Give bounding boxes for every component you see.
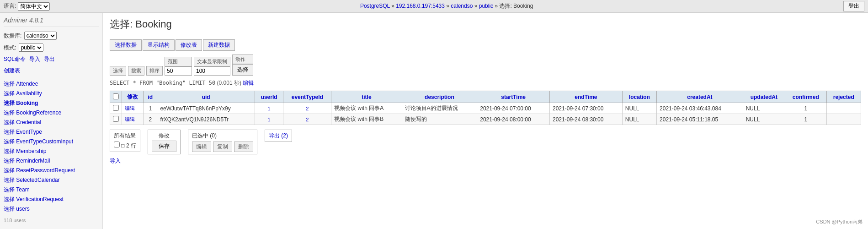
row-checkbox[interactable] — [113, 116, 119, 122]
nav-table-credential[interactable]: Credential — [16, 119, 41, 125]
nav-select-remindermail[interactable]: 选择 — [4, 158, 15, 164]
tab-new-data[interactable]: 新建数据 — [203, 39, 235, 51]
nav-select-resetpasswordrequest[interactable]: 选择 — [4, 167, 15, 174]
nav-list: 选择 Attendee 选择 Availability 选择 Booking 选… — [4, 79, 99, 214]
row-rejected — [826, 103, 861, 114]
nav-table-remindermail[interactable]: ReminderMail — [16, 158, 50, 164]
bottom-row: 所有结果 □ 2 行 修改 保存 已选中 (0) 编辑 复制 删除 — [110, 130, 861, 154]
filter-row: 选择 搜索 排序 范围 文本显示限制 动作 选择 — [110, 55, 861, 76]
db-select[interactable]: calendso — [24, 32, 57, 40]
filter-range-input[interactable] — [165, 66, 192, 76]
nav-select-bookingreference[interactable]: 选择 — [4, 109, 15, 116]
nav-table-attendee[interactable]: Attendee — [16, 81, 38, 87]
nav-table-booking[interactable]: Booking — [16, 100, 38, 106]
tab-select-data[interactable]: 选择数据 — [110, 39, 142, 51]
breadcrumb-schema[interactable]: public — [479, 3, 493, 9]
nav-table-eventtypecustominput[interactable]: EventTypeCustomInput — [16, 138, 73, 145]
nav-table-eventtype[interactable]: EventType — [16, 129, 42, 135]
nav-table-membership[interactable]: Membership — [16, 148, 46, 154]
filter-textlimit-input[interactable] — [194, 66, 230, 76]
nav-select-selectedcalendar[interactable]: 选择 — [4, 177, 15, 183]
col-endtime[interactable]: endTime — [550, 91, 623, 103]
login-button[interactable]: 登出 — [843, 1, 864, 11]
lang-select[interactable]: 简体中文 — [18, 2, 50, 11]
all-rows-checkbox[interactable] — [114, 142, 120, 147]
col-id[interactable]: id — [144, 91, 157, 103]
export-link[interactable]: 导出 (2) — [269, 132, 288, 140]
nav-item-eventtypecustominput: 选择 EventTypeCustomInput — [4, 137, 99, 147]
nav-select-membership[interactable]: 选择 — [4, 148, 15, 154]
import-bottom-link[interactable]: 导入 — [110, 157, 861, 165]
db-label: 数据库: — [4, 33, 21, 39]
breadcrumb-host[interactable]: 192.168.0.197:5433 — [396, 3, 445, 9]
import-link[interactable]: 导入 — [29, 55, 40, 63]
nav-select-eventtypecustominput[interactable]: 选择 — [4, 138, 15, 145]
col-starttime[interactable]: startTime — [477, 91, 550, 103]
select-all-checkbox[interactable] — [113, 93, 119, 99]
col-createdat[interactable]: createdAt — [657, 91, 743, 103]
row-userid[interactable]: 1 — [255, 103, 283, 114]
col-checkbox[interactable] — [110, 91, 122, 103]
nav-select-booking[interactable]: 选择 — [4, 100, 15, 106]
bottom-controls: 所有结果 □ 2 行 修改 保存 已选中 (0) 编辑 复制 删除 — [110, 130, 861, 165]
save-button[interactable]: 保存 — [152, 141, 176, 152]
row-checkbox-cell[interactable] — [110, 103, 122, 114]
nav-table-resetpasswordrequest[interactable]: ResetPasswordRequest — [16, 167, 75, 174]
row-edit-link[interactable]: 编辑 — [125, 105, 135, 111]
filter-textlimit-label: 文本显示限制 — [194, 57, 230, 66]
tab-show-structure[interactable]: 显示结构 — [143, 39, 175, 51]
all-results-box: 所有结果 □ 2 行 — [110, 130, 140, 152]
col-location[interactable]: location — [622, 91, 656, 103]
filter-action-btn[interactable]: 选择 — [232, 64, 253, 76]
nav-select-team[interactable]: 选择 — [4, 186, 15, 193]
create-table-link[interactable]: 创建表 — [4, 67, 99, 75]
nav-item-resetpasswordrequest: 选择 ResetPasswordRequest — [4, 166, 99, 175]
nav-select-verificationrequest[interactable]: 选择 — [4, 196, 15, 202]
row-edit-link[interactable]: 编辑 — [125, 116, 135, 122]
copy-selected-btn[interactable]: 复制 — [213, 142, 232, 152]
col-rejected[interactable]: rejected — [826, 91, 861, 103]
col-description[interactable]: description — [402, 91, 477, 103]
nav-item-selectedcalendar: 选择 SelectedCalendar — [4, 175, 99, 185]
edit-selected-btn[interactable]: 编辑 — [192, 142, 211, 152]
col-eventtypeid[interactable]: eventTypeId — [283, 91, 331, 103]
row-edit-cell[interactable]: 编辑 — [122, 103, 144, 114]
row-userid[interactable]: 1 — [255, 114, 283, 125]
tab-modify-table[interactable]: 修改表 — [176, 39, 202, 51]
col-confirmed[interactable]: confirmed — [785, 91, 826, 103]
col-title[interactable]: title — [331, 91, 402, 103]
row-location: NULL — [622, 103, 656, 114]
col-uid[interactable]: uid — [157, 91, 255, 103]
nav-select-eventtype[interactable]: 选择 — [4, 129, 15, 135]
delete-selected-btn[interactable]: 删除 — [234, 142, 253, 152]
sql-link[interactable]: SQL命令 — [4, 55, 26, 63]
nav-table-team[interactable]: Team — [16, 186, 29, 193]
row-checkbox-cell[interactable] — [110, 114, 122, 125]
nav-table-availability[interactable]: Availability — [16, 90, 42, 97]
nav-item-credential: 选择 Credential — [4, 118, 99, 127]
nav-table-selectedcalendar[interactable]: SelectedCalendar — [16, 177, 59, 183]
col-userid[interactable]: userId — [255, 91, 283, 103]
nav-item-eventtype: 选择 EventType — [4, 127, 99, 137]
row-eventtypeid[interactable]: 2 — [283, 103, 331, 114]
nav-table-bookingreference[interactable]: BookingReference — [16, 109, 61, 116]
sql-edit-link[interactable]: 编辑 — [243, 80, 254, 86]
row-uid: frXQK2antVQ1N9J26ND5Tr — [157, 114, 255, 125]
row-edit-cell[interactable]: 编辑 — [122, 114, 144, 125]
col-updatedat[interactable]: updatedAt — [743, 91, 785, 103]
nav-select-credential[interactable]: 选择 — [4, 119, 15, 125]
schema-select[interactable]: public — [19, 44, 43, 52]
filter-sort-label: 排序 — [146, 66, 163, 76]
breadcrumb-db[interactable]: calendso — [451, 3, 473, 9]
export-link[interactable]: 导出 — [44, 55, 55, 63]
nav-select-attendee[interactable]: 选择 — [4, 81, 15, 87]
row-updatedat: NULL — [743, 103, 785, 114]
row-checkbox[interactable] — [113, 105, 119, 111]
row-eventtypeid[interactable]: 2 — [283, 114, 331, 125]
nav-item-team: 选择 Team — [4, 185, 99, 195]
nav-select-availability[interactable]: 选择 — [4, 90, 15, 97]
breadcrumb-postgres[interactable]: PostgreSQL — [360, 3, 390, 9]
nav-select-users[interactable]: 选择 — [4, 206, 15, 212]
nav-table-verificationrequest[interactable]: VerificationRequest — [16, 196, 63, 202]
nav-table-users[interactable]: users — [16, 206, 29, 212]
